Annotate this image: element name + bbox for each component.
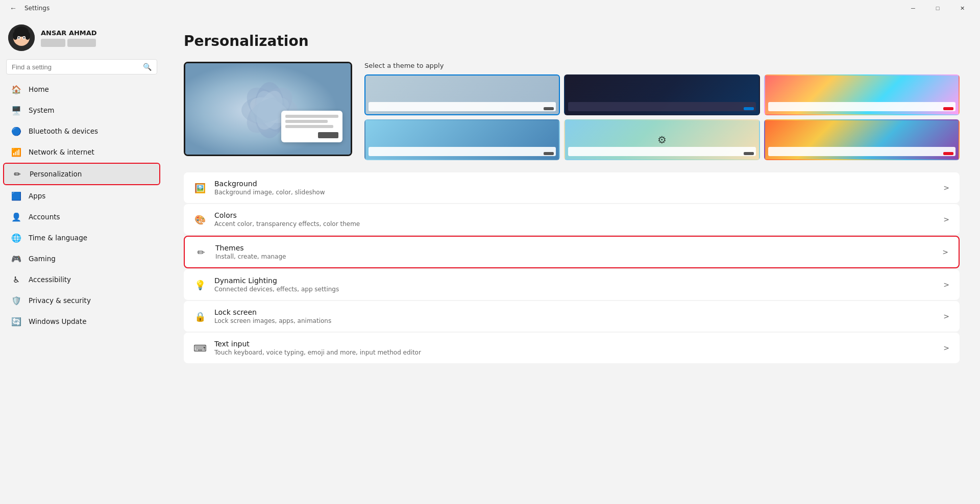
background-desc: Background image, color, slideshow <box>214 189 935 196</box>
settings-item-themes[interactable]: ✏️ Themes Install, create, manage > <box>184 236 960 268</box>
gaming-icon: 🎮 <box>11 254 21 264</box>
window-title: Settings <box>24 5 50 12</box>
settings-item-lock-screen[interactable]: 🔒 Lock screen Lock screen images, apps, … <box>184 301 960 332</box>
close-button[interactable]: ✕ <box>950 0 974 16</box>
theme-thumb-blue[interactable] <box>364 119 560 160</box>
text-input-desc: Touch keyboard, voice typing, emoji and … <box>214 349 935 356</box>
sidebar-item-update[interactable]: 🔄 Windows Update <box>3 311 160 332</box>
page-title: Personalization <box>184 33 960 49</box>
lock-screen-icon: 🔒 <box>194 310 206 322</box>
sidebar-item-label: Home <box>29 85 49 93</box>
dynamic-lighting-arrow: > <box>943 281 949 289</box>
lock-screen-title: Lock screen <box>214 308 935 316</box>
badge-1 <box>41 39 65 47</box>
user-name: ANSAR AHMAD <box>41 29 97 37</box>
colors-desc: Accent color, transparency effects, colo… <box>214 220 935 228</box>
maximize-button[interactable]: □ <box>926 0 949 16</box>
sidebar-nav: 🏠 Home 🖥️ System 🔵 Bluetooth & devices 📶… <box>0 79 163 332</box>
lock-screen-desc: Lock screen images, apps, animations <box>214 317 935 324</box>
settings-list: 🖼️ Background Background image, color, s… <box>184 172 960 363</box>
settings-item-text-input[interactable]: ⌨️ Text input Touch keyboard, voice typi… <box>184 333 960 363</box>
sidebar-item-bluetooth[interactable]: 🔵 Bluetooth & devices <box>3 121 160 141</box>
text-input-title: Text input <box>214 340 935 348</box>
settings-item-dynamic-lighting[interactable]: 💡 Dynamic Lighting Connected devices, ef… <box>184 269 960 300</box>
theme-preview <box>184 62 352 156</box>
background-arrow: > <box>943 184 949 192</box>
theme-thumb-dark[interactable] <box>564 74 760 115</box>
sidebar-item-label: System <box>29 106 54 114</box>
avatar <box>8 24 35 51</box>
privacy-icon: 🛡️ <box>11 295 21 306</box>
sidebar-item-label: Network & internet <box>29 148 94 156</box>
themes-content: Themes Install, create, manage <box>215 244 934 260</box>
window-controls: ─ □ ✕ <box>901 0 974 16</box>
content-area: Personalization <box>163 16 980 504</box>
sidebar-item-label: Accounts <box>29 213 60 221</box>
accessibility-icon: ♿ <box>11 274 21 285</box>
dialog-button <box>318 132 338 138</box>
lock-screen-content: Lock screen Lock screen images, apps, an… <box>214 308 935 324</box>
lock-screen-arrow: > <box>943 312 949 320</box>
theme-thumb-light[interactable] <box>364 74 560 115</box>
settings-item-background[interactable]: 🖼️ Background Background image, color, s… <box>184 172 960 203</box>
theme-preview-dialog <box>281 111 342 142</box>
themes-arrow: > <box>942 248 948 256</box>
svg-point-7 <box>18 37 20 39</box>
sidebar-item-label: Privacy & security <box>29 296 91 305</box>
search-input[interactable] <box>12 63 139 71</box>
user-info: ANSAR AHMAD <box>41 29 97 47</box>
theme-section: Select a theme to apply <box>184 62 960 160</box>
theme-selector: Select a theme to apply <box>364 62 960 160</box>
sidebar-item-apps[interactable]: 🟦 Apps <box>3 186 160 206</box>
sidebar-item-network[interactable]: 📶 Network & internet <box>3 142 160 162</box>
settings-item-colors[interactable]: 🎨 Colors Accent color, transparency effe… <box>184 204 960 235</box>
background-icon: 🖼️ <box>194 182 206 194</box>
dialog-line-2 <box>285 120 328 123</box>
colors-icon: 🎨 <box>194 213 206 225</box>
search-container: 🔍 <box>0 57 163 79</box>
search-box[interactable]: 🔍 <box>6 59 157 74</box>
sidebar-item-time[interactable]: 🌐 Time & language <box>3 228 160 248</box>
back-button[interactable]: ← <box>6 1 20 15</box>
sidebar-item-label: Bluetooth & devices <box>29 127 98 135</box>
theme-thumb-abstract[interactable] <box>764 119 960 160</box>
colors-title: Colors <box>214 211 935 219</box>
sidebar: ANSAR AHMAD 🔍 🏠 Home 🖥️ System 🔵 Bluetoo… <box>0 16 163 504</box>
dynamic-lighting-title: Dynamic Lighting <box>214 276 935 285</box>
accounts-icon: 👤 <box>11 212 21 222</box>
sidebar-item-accounts[interactable]: 👤 Accounts <box>3 207 160 227</box>
svg-point-4 <box>25 32 30 40</box>
sidebar-item-accessibility[interactable]: ♿ Accessibility <box>3 269 160 290</box>
theme-selector-label: Select a theme to apply <box>364 62 960 69</box>
sidebar-item-label: Accessibility <box>29 275 71 284</box>
themes-title: Themes <box>215 244 934 252</box>
sidebar-item-home[interactable]: 🏠 Home <box>3 79 160 99</box>
text-input-content: Text input Touch keyboard, voice typing,… <box>214 340 935 356</box>
background-content: Background Background image, color, slid… <box>214 180 935 196</box>
dialog-lines <box>285 115 338 128</box>
theme-thumb-colorful[interactable] <box>764 74 960 115</box>
sidebar-item-label: Gaming <box>29 255 56 263</box>
text-input-arrow: > <box>943 344 949 352</box>
svg-rect-9 <box>18 41 24 45</box>
dynamic-lighting-content: Dynamic Lighting Connected devices, effe… <box>214 276 935 293</box>
theme-thumb-nature[interactable]: ⚙️ <box>564 119 760 160</box>
sidebar-item-label: Apps <box>29 192 45 200</box>
sidebar-item-label: Windows Update <box>29 317 86 325</box>
colors-content: Colors Accent color, transparency effect… <box>214 211 935 228</box>
network-icon: 📶 <box>11 147 21 157</box>
background-title: Background <box>214 180 935 188</box>
update-icon: 🔄 <box>11 316 21 326</box>
themes-icon: ✏️ <box>195 246 207 258</box>
user-badges <box>41 39 97 47</box>
sidebar-item-personalization[interactable]: ✏️ Personalization <box>3 163 160 185</box>
sidebar-item-system[interactable]: 🖥️ System <box>3 100 160 120</box>
dialog-line-1 <box>285 115 338 118</box>
user-profile: ANSAR AHMAD <box>0 16 163 57</box>
minimize-button[interactable]: ─ <box>901 0 925 16</box>
dynamic-lighting-desc: Connected devices, effects, app settings <box>214 286 935 293</box>
apps-icon: 🟦 <box>11 191 21 201</box>
sidebar-item-privacy[interactable]: 🛡️ Privacy & security <box>3 290 160 311</box>
sidebar-item-gaming[interactable]: 🎮 Gaming <box>3 248 160 269</box>
search-icon: 🔍 <box>143 63 152 71</box>
